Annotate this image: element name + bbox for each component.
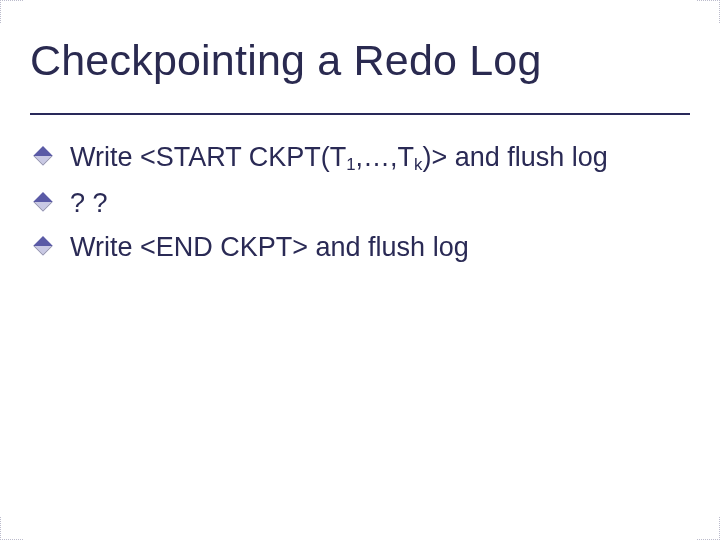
- diamond-bullet-icon: [33, 146, 53, 166]
- diamond-bullet-icon: [33, 192, 53, 212]
- text-fragment: Write <START CKPT(T: [70, 142, 346, 172]
- bullet-item: Write <START CKPT(T1,…,Tk)> and flush lo…: [66, 139, 690, 177]
- bullet-text: Write <END CKPT> and flush log: [70, 232, 469, 262]
- diamond-bullet-icon: [33, 236, 53, 256]
- title-rule: [30, 113, 690, 115]
- text-fragment: )> and flush log: [422, 142, 607, 172]
- slide-container: Checkpointing a Redo Log Write <START CK…: [0, 0, 720, 540]
- slide-body: Write <START CKPT(T1,…,Tk)> and flush lo…: [30, 139, 690, 266]
- bullet-item: ? ?: [66, 185, 690, 221]
- subscript: 1: [346, 155, 355, 174]
- bullet-item: Write <END CKPT> and flush log: [66, 229, 690, 265]
- slide-title: Checkpointing a Redo Log: [30, 36, 690, 85]
- bullet-text: Write <START CKPT(T1,…,Tk)> and flush lo…: [70, 142, 608, 172]
- text-fragment: ,…,T: [356, 142, 415, 172]
- bullet-text: ? ?: [70, 188, 108, 218]
